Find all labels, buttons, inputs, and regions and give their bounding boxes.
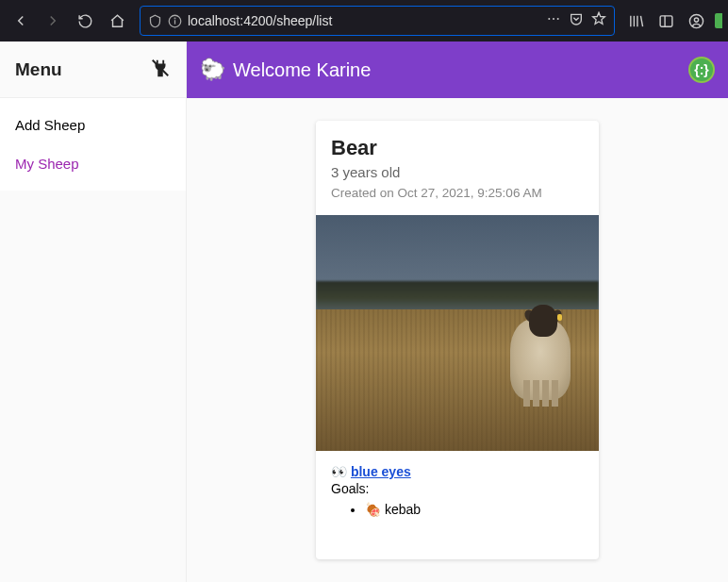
svg-line-9: [640, 15, 642, 25]
url-text: localhost:4200/sheep/list: [188, 13, 540, 28]
goal-text: kebab: [385, 502, 421, 517]
library-icon[interactable]: [622, 8, 649, 34]
sidebar-icon[interactable]: [653, 8, 679, 34]
sheep-icon: 🐑: [200, 58, 225, 82]
sidebar: Menu Add Sheep My Sheep: [0, 42, 187, 582]
sidebar-header: Menu: [0, 42, 186, 98]
browser-toolbar: localhost:4200/sheep/list: [0, 0, 728, 42]
svg-point-5: [557, 18, 559, 20]
topbar: 🐑 Welcome Karine {:}: [187, 42, 728, 98]
sidebar-item-add-sheep[interactable]: Add Sheep: [0, 106, 186, 144]
reload-button[interactable]: [70, 6, 100, 36]
sheep-card: Bear 3 years old Created on Oct 27, 2021…: [316, 121, 599, 559]
home-button[interactable]: [102, 6, 132, 36]
info-icon[interactable]: [168, 14, 182, 28]
svg-rect-10: [660, 15, 672, 25]
json-badge[interactable]: {:}: [688, 57, 715, 83]
svg-point-3: [548, 18, 550, 20]
goals-list: 🍖 kebab: [331, 502, 584, 517]
goals-label: Goals:: [331, 481, 584, 496]
svg-point-13: [694, 17, 698, 21]
eyes-link[interactable]: blue eyes: [351, 464, 411, 479]
sheep-image: [316, 215, 599, 451]
svg-point-4: [553, 18, 554, 20]
forward-button[interactable]: [38, 6, 68, 36]
bookmark-star-icon[interactable]: [591, 11, 606, 30]
plug-off-icon[interactable]: [150, 58, 171, 82]
sidebar-item-my-sheep[interactable]: My Sheep: [0, 144, 186, 183]
back-button[interactable]: [6, 6, 36, 36]
eyes-line: 👀 blue eyes: [331, 464, 584, 479]
sidebar-item-label: Add Sheep: [15, 117, 85, 133]
account-icon[interactable]: [683, 8, 709, 34]
card-created: Created on Oct 27, 2021, 9:25:06 AM: [331, 186, 584, 200]
pocket-icon[interactable]: [569, 11, 584, 30]
sidebar-item-label: My Sheep: [15, 156, 79, 172]
ellipsis-icon[interactable]: [546, 11, 561, 30]
content-area: Bear 3 years old Created on Oct 27, 2021…: [187, 98, 728, 582]
svg-point-2: [174, 18, 175, 19]
shield-icon: [148, 14, 162, 28]
address-bar[interactable]: localhost:4200/sheep/list: [140, 6, 615, 36]
eyes-icon: 👀: [331, 464, 347, 479]
card-title: Bear: [331, 136, 584, 160]
sidebar-title: Menu: [15, 59, 62, 80]
card-age: 3 years old: [331, 164, 584, 180]
goal-emoji: 🍖: [365, 502, 381, 517]
extension-badge[interactable]: [715, 13, 722, 28]
welcome-text: Welcome Karine: [233, 59, 371, 81]
goal-item: 🍖 kebab: [365, 502, 584, 517]
